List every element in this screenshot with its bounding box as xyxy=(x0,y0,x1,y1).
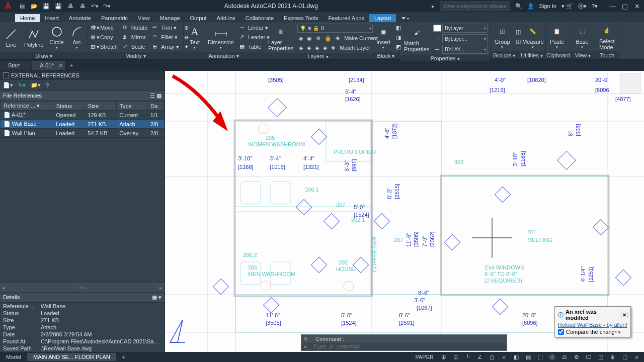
status-paper[interactable]: PAPER xyxy=(412,352,437,361)
fillet-button[interactable]: ◠Fillet ▾ xyxy=(151,33,180,42)
search-input[interactable] xyxy=(440,2,510,11)
balloon-close-button[interactable]: ✕ xyxy=(621,312,627,318)
layer-misc4-icon[interactable]: ◈ xyxy=(321,43,329,52)
status-ws-icon[interactable]: ⚙ xyxy=(571,352,582,361)
dimension-button[interactable]: Dimension▾ xyxy=(206,24,236,51)
tab-output[interactable]: Output xyxy=(185,14,212,22)
layer-misc-icon[interactable]: ◈ xyxy=(297,43,304,52)
app-logo[interactable]: A xyxy=(2,0,14,12)
status-anno-icon[interactable]: Ⓐ xyxy=(546,352,557,361)
tab-express[interactable]: Express Tools xyxy=(279,14,323,22)
arc-button[interactable]: Arc▾ xyxy=(68,24,86,51)
layout-main[interactable]: MAIN AND SE... FLOOR PLAN xyxy=(27,353,116,361)
tab-insert[interactable]: Insert xyxy=(40,14,64,22)
details-icons[interactable]: ▦ ▾ xyxy=(152,294,162,301)
status-sc-icon[interactable]: ⬚ xyxy=(534,352,545,361)
select-mode-button[interactable]: ☝Select Mode xyxy=(597,23,617,50)
status-snap-icon[interactable]: ⊡ xyxy=(450,352,461,361)
list-view-icon[interactable]: ☰ ▦ xyxy=(150,93,162,99)
trim-button[interactable]: ✂Trim ▾ xyxy=(151,23,180,32)
tab-annotate[interactable]: Annotate xyxy=(64,14,96,22)
mirror-button[interactable]: ⧗Mirror xyxy=(121,33,149,42)
status-osnap-icon[interactable]: ◻ xyxy=(486,352,497,361)
qat-print-icon[interactable]: 🖶 xyxy=(78,2,87,10)
scale-button[interactable]: ⤢Scale xyxy=(121,42,149,51)
user-icon[interactable]: 👤 xyxy=(527,3,534,10)
tab-home[interactable]: Home xyxy=(15,14,40,22)
rotate-button[interactable]: ⟳Rotate xyxy=(121,23,149,32)
lineweight-combo[interactable]: ByLayer... xyxy=(442,34,488,43)
status-polar-icon[interactable]: ∠ xyxy=(474,352,485,361)
status-hw-icon[interactable]: ⊕ xyxy=(607,352,618,361)
tab-parametric[interactable]: Parametric xyxy=(96,14,133,22)
status-transparency-icon[interactable]: ◧ xyxy=(510,352,521,361)
qat-open-icon[interactable]: 📂 xyxy=(30,2,38,10)
signin-label[interactable]: Sign In xyxy=(539,3,556,9)
linetype-combo[interactable]: BYLAY... xyxy=(442,45,488,54)
tab-layout[interactable]: Layout xyxy=(369,14,396,22)
paste-button[interactable]: 📋Paste▾ xyxy=(548,23,566,50)
match-layer-button[interactable]: ◈Match Layer xyxy=(330,43,372,52)
cart-icon[interactable]: ▾ 🛒 xyxy=(561,3,573,10)
search-icon[interactable]: 🔍 xyxy=(515,3,522,10)
tab-close-icon[interactable]: ✕ xyxy=(58,62,63,69)
layer-freeze-icon[interactable]: ❄ xyxy=(314,34,322,43)
maximize-button[interactable]: ▢ xyxy=(620,3,630,10)
drawing-canvas[interactable]: [3505] [2134] 4'-0" [10820] 20'-0 [1219]… xyxy=(165,71,644,352)
refresh-icon[interactable]: ↻▾ xyxy=(18,82,26,88)
array-button[interactable]: ⊞Array ▾ xyxy=(151,42,180,51)
line-button[interactable]: Line xyxy=(2,24,20,51)
qat-plot-icon[interactable]: 🖶 xyxy=(66,2,74,10)
scrollbar[interactable]: ◂····▸ xyxy=(0,283,165,292)
status-ortho-icon[interactable]: └ xyxy=(462,352,473,361)
command-line[interactable]: ✕Command : ▸_ xyxy=(301,334,507,351)
tab-a01[interactable]: A-01*✕ xyxy=(32,61,65,70)
layer-iso-icon[interactable]: ◈ xyxy=(297,34,304,43)
cmdline-close-icon[interactable]: ✕ xyxy=(302,336,308,342)
status-monitor-icon[interactable]: 🖵 xyxy=(583,352,594,361)
tab-addins[interactable]: Add-ins xyxy=(212,14,240,22)
measure-button[interactable]: 📏Measure▾ xyxy=(520,23,546,50)
move-button[interactable]: ✥Move xyxy=(90,23,119,32)
status-iso-icon[interactable]: ◫ xyxy=(595,352,606,361)
attach-icon[interactable]: 📄▾ xyxy=(3,82,13,88)
circle-button[interactable]: Circle▾ xyxy=(48,24,66,51)
minimize-button[interactable]: — xyxy=(608,3,618,10)
help-icon[interactable]: ? xyxy=(46,82,49,88)
status-clean-icon[interactable]: ▢ xyxy=(619,352,630,361)
table-row[interactable]: 📄 Wall BaseLoaded271 KBAttach2/8 xyxy=(1,120,165,129)
qat-redo-icon[interactable]: ↷▾ xyxy=(103,2,111,10)
group-button[interactable]: ◫Group▾ xyxy=(493,23,512,50)
table-row[interactable]: 📄 Wall PlanLoaded54.7 KBOverlay2/8 xyxy=(1,129,165,138)
qat-new-icon[interactable]: ▤ xyxy=(18,2,26,10)
new-tab-button[interactable]: + xyxy=(66,61,77,69)
help-icon[interactable]: ?▾ xyxy=(592,3,598,10)
text-button[interactable]: AText▾ xyxy=(186,24,204,51)
appstore-icon[interactable]: Ⓐ▾ xyxy=(578,3,587,10)
layer-misc2-icon[interactable]: ◈ xyxy=(305,43,312,52)
match-properties-button[interactable]: 🖌Match Properties xyxy=(402,25,431,52)
status-lwt-icon[interactable]: ≡ xyxy=(498,352,509,361)
tab-expander[interactable]: ⏷▾ xyxy=(396,14,415,22)
command-input[interactable] xyxy=(312,343,506,350)
table-row[interactable]: 📄 A-01*Opened129 KBCurrent1/1 xyxy=(1,111,165,120)
polyline-button[interactable]: Polyline xyxy=(22,24,46,51)
status-qp-icon[interactable]: ▤ xyxy=(522,352,533,361)
share-icon[interactable]: ▸ xyxy=(432,3,435,10)
col-name[interactable]: Reference ... ▾ xyxy=(1,102,53,111)
status-custom-icon[interactable]: ≡ xyxy=(631,352,642,361)
tab-view[interactable]: View xyxy=(133,14,155,22)
qat-save-icon[interactable]: 💾 xyxy=(42,2,50,10)
copy-button[interactable]: ⎘Copy xyxy=(90,33,119,42)
insert-button[interactable]: ▣Insert▾ xyxy=(374,24,392,51)
tab-featured[interactable]: Featured Apps xyxy=(323,14,369,22)
close-button[interactable]: ✕ xyxy=(632,3,642,10)
col-size[interactable]: Size xyxy=(85,102,116,111)
compare-checkbox[interactable] xyxy=(558,329,564,335)
layer-misc3-icon[interactable]: ◈ xyxy=(313,43,320,52)
layer-lock-icon[interactable]: 🔒 xyxy=(323,34,333,43)
layout-add-button[interactable]: + xyxy=(116,353,131,361)
tab-manage[interactable]: Manage xyxy=(155,14,185,22)
tab-collaborate[interactable]: Collaborate xyxy=(240,14,279,22)
layout-model[interactable]: Model xyxy=(0,353,27,361)
